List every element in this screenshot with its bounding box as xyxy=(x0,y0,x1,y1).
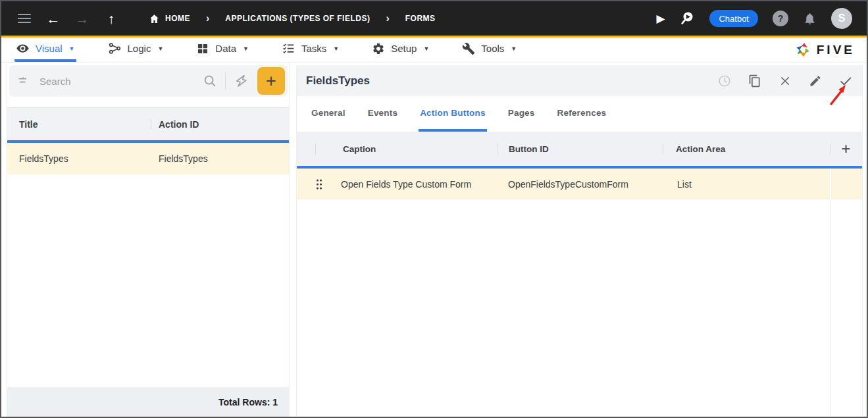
chevron-right-icon: › xyxy=(206,13,209,24)
record-title-bar: FieldsTypes xyxy=(297,65,862,96)
search-icon[interactable] xyxy=(203,74,217,88)
save-button[interactable] xyxy=(838,74,853,88)
workflow-icon xyxy=(108,41,122,55)
menu-data-label: Data xyxy=(215,43,236,54)
action-buttons-grid-header: Caption Button ID Action Area + xyxy=(297,132,862,166)
up-button[interactable]: ↑ xyxy=(103,10,120,27)
menu-bar: Visual ▼ Logic ▼ Data ▼ xyxy=(1,38,867,63)
tab-events[interactable]: Events xyxy=(367,96,399,132)
avatar-initial: S xyxy=(838,13,846,24)
pinwheel-icon xyxy=(794,41,811,59)
search-bar: + xyxy=(9,65,288,97)
forms-grid-header: Title Action ID xyxy=(7,108,289,140)
caret-down-icon: ▼ xyxy=(423,45,429,52)
cell-action-area: List xyxy=(663,179,830,190)
menu-setup[interactable]: Setup ▼ xyxy=(370,38,430,62)
chatbot-button[interactable]: Chatbot xyxy=(709,10,758,27)
top-navigation-bar: ← → ↑ HOME › APPLICATIONS (TYPES OF FIEL… xyxy=(1,1,867,36)
copy-button[interactable] xyxy=(748,74,762,88)
gear-icon xyxy=(372,42,385,55)
copy-icon xyxy=(748,74,761,88)
breadcrumb-forms[interactable]: FORMS xyxy=(405,14,436,23)
divider xyxy=(225,72,226,90)
table-row[interactable]: Open Fields Type Custom Form OpenFieldsT… xyxy=(297,169,862,199)
table-row[interactable]: FieldsTypes FieldsTypes xyxy=(7,143,289,174)
preview-search-button[interactable] xyxy=(679,11,695,26)
close-icon xyxy=(779,75,791,87)
header-spacer xyxy=(297,132,315,166)
breadcrumb-home-label: HOME xyxy=(165,14,190,23)
caret-down-icon: ▼ xyxy=(333,45,339,52)
grid-empty-space xyxy=(297,199,862,417)
record-title: FieldsTypes xyxy=(306,74,370,88)
menu-tools[interactable]: Tools ▼ xyxy=(461,38,518,62)
column-header-action-area[interactable]: Action Area xyxy=(663,132,830,166)
user-avatar[interactable]: S xyxy=(831,8,852,29)
plus-icon: + xyxy=(266,72,276,90)
menu-icon[interactable] xyxy=(16,10,33,27)
edit-button[interactable] xyxy=(808,74,823,88)
hamburger-icon xyxy=(18,14,31,23)
cell-button-id: OpenFieldsTypeCustomForm xyxy=(498,179,663,190)
column-header-action-id[interactable]: Action ID xyxy=(151,119,289,130)
cell-title: FieldsTypes xyxy=(7,153,151,164)
cell-caption: Open Fields Type Custom Form xyxy=(297,179,498,190)
total-rows-label: Total Rows: 1 xyxy=(218,397,278,407)
caret-down-icon: ▼ xyxy=(69,45,75,52)
home-icon xyxy=(149,13,160,24)
run-app-button[interactable]: ▶ xyxy=(656,12,665,26)
column-header-caption[interactable]: Caption xyxy=(315,132,498,166)
content-area: + Title Action ID FieldsTypes FieldsType… xyxy=(1,63,867,417)
forms-grid-footer: Total Rows: 1 xyxy=(7,387,289,417)
forms-list-panel: + Title Action ID FieldsTypes FieldsType… xyxy=(7,63,290,417)
back-button[interactable]: ← xyxy=(45,10,62,27)
menu-logic[interactable]: Logic ▼ xyxy=(107,38,165,62)
menu-tasks[interactable]: Tasks ▼ xyxy=(280,38,340,62)
check-icon xyxy=(838,73,853,89)
add-record-button[interactable]: + xyxy=(257,67,285,95)
arrow-right-icon: → xyxy=(76,12,89,26)
add-action-button[interactable]: + xyxy=(830,132,862,166)
tab-general[interactable]: General xyxy=(310,96,347,132)
tab-action-buttons[interactable]: Action Buttons xyxy=(419,96,487,132)
menu-visual-label: Visual xyxy=(36,43,63,54)
column-header-button-id[interactable]: Button ID xyxy=(498,132,663,166)
table-grid-icon xyxy=(196,42,209,55)
topbar-actions: ▶ Chatbot ? S xyxy=(656,8,852,29)
drag-dots-icon xyxy=(315,178,323,190)
app-window: ← → ↑ HOME › APPLICATIONS (TYPES OF FIEL… xyxy=(0,0,868,418)
column-header-title[interactable]: Title xyxy=(7,119,151,130)
filter-icon[interactable] xyxy=(17,74,30,88)
breadcrumb-applications[interactable]: APPLICATIONS (TYPES OF FIELDS) xyxy=(225,14,370,23)
breadcrumb: HOME › APPLICATIONS (TYPES OF FIELDS) › … xyxy=(149,13,436,24)
notifications-button[interactable] xyxy=(803,12,817,26)
row-trailing-cell xyxy=(831,169,862,199)
menu-setup-label: Setup xyxy=(391,43,417,54)
help-button[interactable]: ? xyxy=(773,11,788,26)
drag-handle[interactable] xyxy=(315,178,323,190)
quick-actions-button[interactable] xyxy=(234,73,249,89)
menu-visual[interactable]: Visual ▼ xyxy=(14,38,76,62)
tab-references[interactable]: References xyxy=(556,96,608,132)
eye-icon xyxy=(16,41,30,55)
cancel-button[interactable] xyxy=(778,74,792,88)
menu-data[interactable]: Data ▼ xyxy=(195,38,250,62)
search-play-icon xyxy=(679,11,695,26)
clock-icon xyxy=(717,74,732,88)
checklist-icon xyxy=(282,41,295,55)
five-logo: FIVE xyxy=(794,38,867,62)
menu-logic-label: Logic xyxy=(128,43,151,54)
breadcrumb-home[interactable]: HOME xyxy=(149,13,190,24)
menu-tasks-label: Tasks xyxy=(301,43,326,54)
record-actions xyxy=(717,74,853,88)
tab-pages[interactable]: Pages xyxy=(507,96,536,132)
forward-button[interactable]: → xyxy=(74,10,91,27)
search-input[interactable] xyxy=(39,76,203,87)
breadcrumb-forms-label: FORMS xyxy=(405,14,436,23)
history-button[interactable] xyxy=(717,74,732,88)
record-tabs: General Events Action Buttons Pages Refe… xyxy=(297,96,862,132)
brand-wordmark: FIVE xyxy=(817,43,855,57)
chevron-right-icon: › xyxy=(386,13,389,24)
arrow-left-icon: ← xyxy=(47,12,61,26)
forms-grid: Title Action ID FieldsTypes FieldsTypes … xyxy=(7,107,289,417)
